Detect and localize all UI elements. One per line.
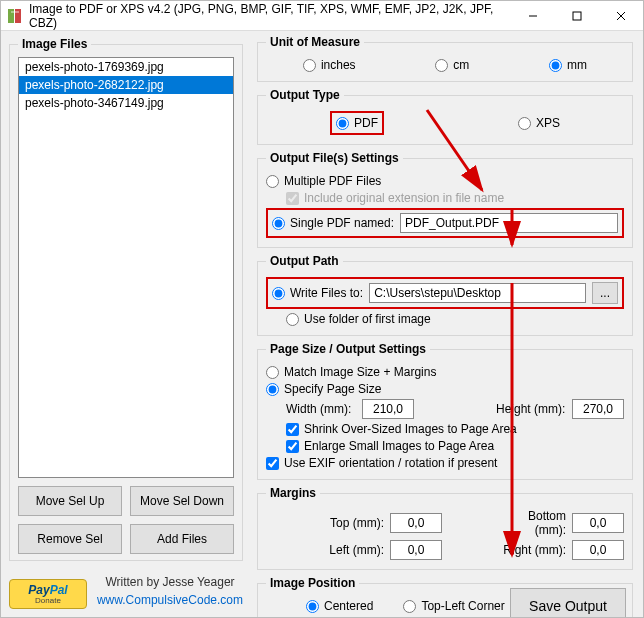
image-position-group: Image Position Centered Top-Left Corner … bbox=[257, 576, 633, 617]
single-pdf-radio[interactable]: Single PDF named: bbox=[272, 216, 394, 230]
output-type-legend: Output Type bbox=[266, 88, 344, 102]
output-path-group: Output Path Write Files to: ... Use fold… bbox=[257, 254, 633, 336]
app-window: Image to PDF or XPS v4.2 (JPG, PNG, BMP,… bbox=[0, 0, 644, 618]
titlebar: Image to PDF or XPS v4.2 (JPG, PNG, BMP,… bbox=[1, 1, 643, 31]
top-margin-label: Top (mm): bbox=[314, 516, 384, 530]
topleft-radio[interactable]: Top-Left Corner bbox=[403, 599, 504, 613]
list-item[interactable]: pexels-photo-2682122.jpg bbox=[19, 76, 233, 94]
highlight-box: Write Files to: ... bbox=[266, 277, 624, 309]
left-margin-label: Left (mm): bbox=[314, 543, 384, 557]
use-folder-radio[interactable]: Use folder of first image bbox=[286, 312, 431, 326]
image-files-legend: Image Files bbox=[18, 37, 91, 51]
paypal-donate-button[interactable]: PayPal Donate bbox=[9, 579, 87, 609]
width-input[interactable] bbox=[362, 399, 414, 419]
height-label: Height (mm): bbox=[496, 402, 566, 416]
match-size-radio[interactable]: Match Image Size + Margins bbox=[266, 365, 436, 379]
output-pdf-radio[interactable]: PDF bbox=[336, 116, 378, 130]
image-files-group: Image Files pexels-photo-1769369.jpg pex… bbox=[9, 37, 243, 561]
height-input[interactable] bbox=[572, 399, 624, 419]
right-margin-input[interactable] bbox=[572, 540, 624, 560]
output-file-group: Output File(s) Settings Multiple PDF Fil… bbox=[257, 151, 633, 248]
page-size-group: Page Size / Output Settings Match Image … bbox=[257, 342, 633, 480]
browse-button[interactable]: ... bbox=[592, 282, 618, 304]
save-output-button[interactable]: Save Output bbox=[510, 588, 626, 617]
author-label: Written by Jesse Yeager bbox=[97, 573, 243, 591]
remove-sel-button[interactable]: Remove Sel bbox=[18, 524, 122, 554]
svg-rect-4 bbox=[573, 12, 581, 20]
exif-check[interactable]: Use EXIF orientation / rotation if prese… bbox=[266, 456, 497, 470]
svg-rect-2 bbox=[11, 11, 19, 13]
centered-radio[interactable]: Centered bbox=[306, 599, 373, 613]
unit-group: Unit of Measure inches cm mm bbox=[257, 35, 633, 82]
page-size-legend: Page Size / Output Settings bbox=[266, 342, 430, 356]
unit-mm-radio[interactable]: mm bbox=[549, 58, 587, 72]
donate-label: Donate bbox=[35, 596, 61, 605]
margins-group: Margins Top (mm): Bottom (mm): Left (mm)… bbox=[257, 486, 633, 570]
add-files-button[interactable]: Add Files bbox=[130, 524, 234, 554]
image-position-legend: Image Position bbox=[266, 576, 359, 590]
unit-inches-radio[interactable]: inches bbox=[303, 58, 356, 72]
move-sel-down-button[interactable]: Move Sel Down bbox=[130, 486, 234, 516]
bottom-margin-input[interactable] bbox=[572, 513, 624, 533]
write-files-to-radio[interactable]: Write Files to: bbox=[272, 286, 363, 300]
unit-legend: Unit of Measure bbox=[266, 35, 364, 49]
window-title: Image to PDF or XPS v4.2 (JPG, PNG, BMP,… bbox=[29, 2, 511, 30]
width-label: Width (mm): bbox=[286, 402, 356, 416]
list-item[interactable]: pexels-photo-3467149.jpg bbox=[19, 94, 233, 112]
single-pdf-name-input[interactable] bbox=[400, 213, 618, 233]
move-sel-up-button[interactable]: Move Sel Up bbox=[18, 486, 122, 516]
include-ext-check: Include original extension in file name bbox=[286, 191, 504, 205]
output-xps-radio[interactable]: XPS bbox=[518, 116, 560, 130]
maximize-button[interactable] bbox=[555, 1, 599, 31]
minimize-button[interactable] bbox=[511, 1, 555, 31]
unit-cm-radio[interactable]: cm bbox=[435, 58, 469, 72]
bottom-margin-label: Bottom (mm): bbox=[496, 509, 566, 537]
credits: Written by Jesse Yeager www.CompulsiveCo… bbox=[97, 573, 243, 609]
paypal-logo: PayPal bbox=[28, 583, 67, 596]
top-margin-input[interactable] bbox=[390, 513, 442, 533]
site-link[interactable]: www.CompulsiveCode.com bbox=[97, 591, 243, 609]
output-path-legend: Output Path bbox=[266, 254, 343, 268]
highlight-box: PDF bbox=[330, 111, 384, 135]
output-type-group: Output Type PDF XPS bbox=[257, 88, 633, 145]
file-list[interactable]: pexels-photo-1769369.jpg pexels-photo-26… bbox=[18, 57, 234, 478]
specify-size-radio[interactable]: Specify Page Size bbox=[266, 382, 381, 396]
left-margin-input[interactable] bbox=[390, 540, 442, 560]
output-file-legend: Output File(s) Settings bbox=[266, 151, 403, 165]
multiple-pdf-radio[interactable]: Multiple PDF Files bbox=[266, 174, 381, 188]
output-path-input[interactable] bbox=[369, 283, 586, 303]
enlarge-check[interactable]: Enlarge Small Images to Page Area bbox=[286, 439, 494, 453]
shrink-check[interactable]: Shrink Over-Sized Images to Page Area bbox=[286, 422, 517, 436]
right-margin-label: Right (mm): bbox=[496, 543, 566, 557]
close-button[interactable] bbox=[599, 1, 643, 31]
app-icon bbox=[7, 8, 23, 24]
highlight-box: Single PDF named: bbox=[266, 208, 624, 238]
list-item[interactable]: pexels-photo-1769369.jpg bbox=[19, 58, 233, 76]
margins-legend: Margins bbox=[266, 486, 320, 500]
